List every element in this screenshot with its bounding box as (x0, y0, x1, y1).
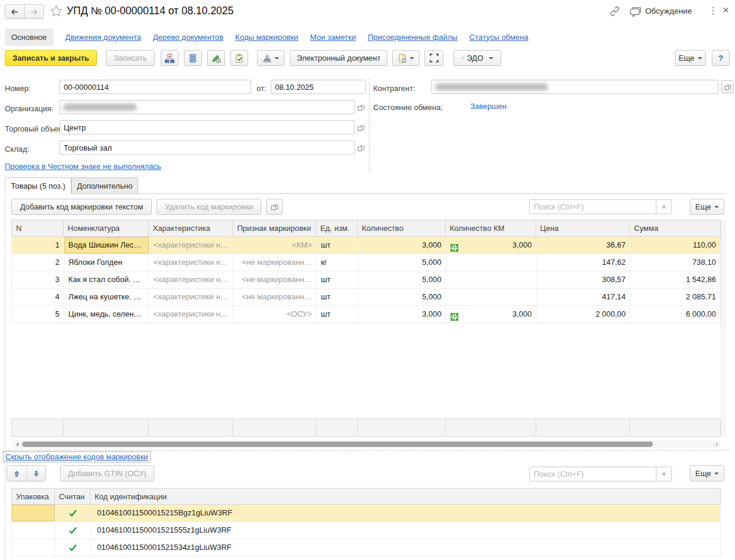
goods-col-characteristic[interactable]: Характеристика (149, 220, 233, 236)
goods-cell-sum[interactable]: 2 085,71 (630, 289, 720, 305)
move-up-button[interactable] (7, 466, 26, 481)
goods-row-3[interactable]: 3Как я стал собой. …<характеристики н…<н… (12, 271, 720, 289)
codes-more-button[interactable]: Еще (690, 465, 724, 481)
favorite-star-icon[interactable] (50, 5, 62, 19)
goods-vertical-scrollbar[interactable] (721, 220, 725, 437)
tab-dvizheniya-dokumenta[interactable]: Движения документа (65, 33, 141, 42)
goods-cell-qty[interactable]: 5,000 (358, 271, 446, 288)
check-document-button[interactable] (230, 50, 248, 66)
codes-cell-code[interactable]: 010461001150001521534z1gLiuW3RF (90, 539, 720, 556)
goods-cell-price[interactable]: 36,67 (536, 237, 630, 254)
tab-prisoedinennye-fayly[interactable]: Присоединенные файлы (368, 33, 458, 42)
trade-object-open-icon[interactable] (356, 122, 366, 133)
goods-cell-qty[interactable]: 5,000 (358, 254, 446, 271)
goods-cell-qty_km[interactable] (446, 254, 536, 271)
goods-col-n[interactable]: N (12, 220, 64, 236)
goods-cell-qty[interactable]: 5,000 (358, 289, 446, 305)
goods-cell-sum[interactable]: 6 000,00 (630, 306, 720, 323)
goods-cell-marking[interactable]: <КМ> (233, 237, 316, 254)
goods-cell-qty_km[interactable] (446, 289, 536, 305)
goods-col-sum[interactable]: Сумма (630, 220, 720, 236)
discussion-label[interactable]: Обсуждение (645, 7, 692, 15)
goods-cell-n[interactable]: 4 (12, 289, 64, 305)
goods-col-qty_km[interactable]: Количество КМ (446, 220, 536, 236)
goods-cell-nomenclature[interactable]: Лжец на кушетке. … (64, 289, 149, 305)
warehouse-input[interactable] (60, 140, 355, 155)
goods-cell-marking[interactable]: <ОСУ> (233, 306, 316, 323)
counterparty-open-button[interactable] (721, 80, 734, 93)
counterparty-input[interactable] (431, 80, 718, 94)
sign-button[interactable] (207, 50, 225, 66)
goods-cell-qty_km[interactable]: 3,000 (446, 237, 536, 254)
tab-additional[interactable]: Дополнительно (71, 177, 138, 194)
goods-cell-marking[interactable]: <не маркированн… (233, 271, 316, 288)
help-button[interactable]: ? (712, 50, 730, 66)
print-menu-button[interactable] (257, 50, 284, 66)
goods-cell-sum[interactable]: 1 542,86 (630, 271, 720, 288)
goods-cell-price[interactable]: 308,57 (536, 271, 630, 288)
goods-row-5[interactable]: 5Цинк, медь, селен…<характеристики н…<ОС… (12, 306, 720, 323)
add-gtin-button[interactable]: Добавить GTIN (ОСУ) (60, 465, 154, 481)
tab-statusy-obmena[interactable]: Статусы обмена (470, 33, 528, 42)
goods-cell-marking[interactable]: <не маркированн… (233, 254, 316, 271)
hide-marking-codes-link[interactable]: Скрыть отображение кодов маркировки (5, 452, 148, 461)
organization-open-icon[interactable] (356, 102, 366, 112)
goods-row-4[interactable]: 4Лжец на кушетке. …<характеристики н…<не… (12, 289, 720, 306)
honest-sign-check-link[interactable]: Проверка в Честном знаке не выполнялась (5, 162, 161, 171)
codes-cell-code[interactable]: 010461001150001521555z1gLiuW3RF (90, 522, 720, 539)
scrollbar-thumb[interactable] (22, 442, 653, 447)
goods-cell-price[interactable]: 147,62 (536, 254, 630, 271)
document-structure-button[interactable] (161, 50, 179, 66)
goods-cell-characteristic[interactable]: <характеристики н… (149, 271, 233, 288)
document-timer-menu-button[interactable] (392, 50, 420, 66)
exchange-state-value[interactable]: Завершен (470, 102, 506, 111)
goods-search-input[interactable] (530, 200, 656, 214)
codes-cell-code[interactable]: 0104610011500015215Bgz1gLiuW3RF (90, 505, 720, 521)
codes-cell-scanned[interactable] (55, 522, 90, 539)
goods-horizontal-scrollbar[interactable] (11, 440, 721, 448)
get-link-icon[interactable] (609, 6, 620, 18)
goods-col-unit[interactable]: Ед. изм. (316, 220, 358, 236)
goods-cell-n[interactable]: 5 (12, 306, 64, 323)
registers-button[interactable] (184, 50, 202, 66)
delete-marking-code-button[interactable]: Удалить код маркировки (157, 199, 261, 215)
goods-col-nomenclature[interactable]: Номенклатура (64, 220, 149, 236)
codes-row-2[interactable]: 010461001150001521555z1gLiuW3RF (12, 522, 720, 539)
trade-object-input[interactable] (60, 120, 355, 134)
goods-cell-nomenclature[interactable]: Яблоки Голден (64, 254, 149, 271)
goods-cell-unit[interactable]: шт (316, 271, 358, 288)
goods-cell-price[interactable]: 2 000,00 (536, 306, 630, 323)
move-down-button[interactable] (26, 466, 45, 481)
goods-cell-unit[interactable]: кг (316, 254, 358, 271)
add-marking-code-button[interactable]: Добавить код маркировки текстом (11, 199, 152, 215)
goods-col-price[interactable]: Цена (536, 220, 630, 236)
goods-cell-nomenclature[interactable]: Вода Шишкин Лес… (64, 237, 149, 254)
number-input[interactable] (60, 80, 251, 94)
tab-goods[interactable]: Товары (5 поз.) (5, 177, 71, 194)
goods-cell-sum[interactable]: 738,10 (630, 254, 720, 271)
codes-cell-scanned[interactable] (55, 539, 90, 556)
codes-col-0[interactable]: Упаковка (12, 489, 55, 504)
tab-moi-zametki[interactable]: Мои заметки (310, 33, 356, 42)
codes-cell-package[interactable] (12, 505, 55, 521)
goods-row-2[interactable]: 2Яблоки Голден<характеристики н…<не марк… (12, 254, 720, 271)
goods-cell-n[interactable]: 2 (12, 254, 64, 271)
goods-cell-characteristic[interactable]: <характеристики н… (149, 289, 233, 305)
kebab-menu-icon[interactable]: ⋮ (708, 4, 718, 17)
codes-col-1[interactable]: Считан (55, 489, 90, 504)
discussion-bubble-icon[interactable] (630, 7, 642, 19)
save-button[interactable]: Записать (106, 50, 155, 66)
tab-kody-markirovki[interactable]: Коды маркировки (235, 33, 298, 42)
goods-cell-nomenclature[interactable]: Цинк, медь, селен… (64, 306, 149, 323)
goods-cell-unit[interactable]: шт (316, 237, 358, 254)
goods-cell-unit[interactable]: шт (316, 289, 358, 305)
goods-cell-qty_km[interactable]: 3,000 (446, 306, 536, 323)
scroll-right-icon[interactable] (716, 442, 721, 447)
tab-derevo-dokumentov[interactable]: Дерево документов (153, 33, 223, 42)
date-input[interactable] (271, 80, 366, 94)
search-clear-icon[interactable]: × (656, 467, 671, 481)
warehouse-open-icon[interactable] (356, 142, 366, 153)
goods-row-1[interactable]: 1Вода Шишкин Лес…<характеристики н…<КМ>ш… (12, 237, 720, 254)
forward-button[interactable] (24, 5, 43, 18)
goods-cell-n[interactable]: 1 (12, 237, 64, 254)
